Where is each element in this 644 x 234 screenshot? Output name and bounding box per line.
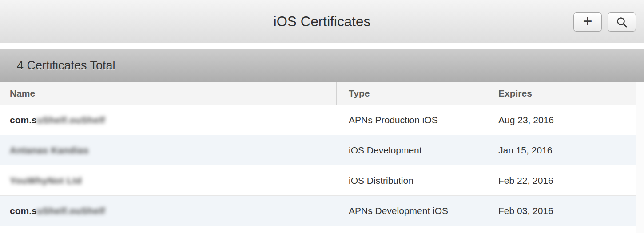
certificate-row[interactable]: com.suShelf.ouShelf APNs Production iOS … (0, 105, 636, 135)
certificate-type: APNs Development iOS (337, 206, 484, 216)
certificate-type: APNs Production iOS (337, 115, 484, 125)
certificate-row[interactable]: Antanas Kandias iOS Development Jan 15, … (0, 135, 636, 165)
certificate-name-cell: YouWhyNot Ltd (0, 175, 337, 186)
certificate-name-redacted: uShelf.ouShelf (37, 115, 105, 125)
header-buttons: + (573, 12, 636, 32)
summary-bar: 4 Certificates Total (0, 49, 644, 82)
column-header-type: Type (337, 82, 484, 105)
certificate-name-redacted: YouWhyNot Ltd (10, 175, 82, 186)
plus-icon: + (583, 13, 592, 29)
certificate-name: com.s (10, 206, 37, 216)
column-header-expires: Expires (484, 82, 636, 105)
add-certificate-button[interactable]: + (573, 12, 602, 32)
certificate-name-redacted: uShelf.ouShelf (37, 206, 105, 216)
certificate-expires: Aug 23, 2016 (484, 115, 636, 125)
certificate-expires: Jan 15, 2016 (484, 145, 636, 156)
window-header: iOS Certificates + (0, 0, 644, 43)
column-header-name: Name (0, 82, 337, 105)
certificate-name: com.s (10, 115, 37, 125)
table-header-row: Name Type Expires (0, 82, 636, 105)
table-body: com.suShelf.ouShelf APNs Production iOS … (0, 105, 636, 226)
certificate-type: iOS Development (337, 145, 484, 156)
search-icon (616, 16, 628, 28)
certificate-name-cell: Antanas Kandias (0, 145, 337, 156)
certificate-expires: Feb 22, 2016 (484, 175, 636, 186)
certificate-name-cell: com.suShelf.ouShelf (0, 206, 337, 216)
certificate-type: iOS Distribution (337, 175, 484, 186)
certificates-table-area: Name Type Expires com.suShelf.ouShelf AP… (0, 82, 644, 233)
certificates-table: Name Type Expires com.suShelf.ouShelf AP… (0, 82, 636, 233)
certificate-row[interactable]: YouWhyNot Ltd iOS Distribution Feb 22, 2… (0, 165, 636, 196)
search-button[interactable] (608, 12, 636, 32)
header-gap (0, 43, 644, 49)
certificates-total-label: 4 Certificates Total (17, 59, 115, 73)
scrollbar-track[interactable] (636, 82, 644, 233)
certificate-row[interactable]: com.suShelf.ouShelf APNs Development iOS… (0, 196, 636, 226)
page-title: iOS Certificates (274, 14, 371, 30)
certificate-name-redacted: Antanas Kandias (10, 145, 89, 155)
certificate-expires: Feb 03, 2016 (484, 206, 636, 216)
certificate-name-cell: com.suShelf.ouShelf (0, 115, 337, 125)
